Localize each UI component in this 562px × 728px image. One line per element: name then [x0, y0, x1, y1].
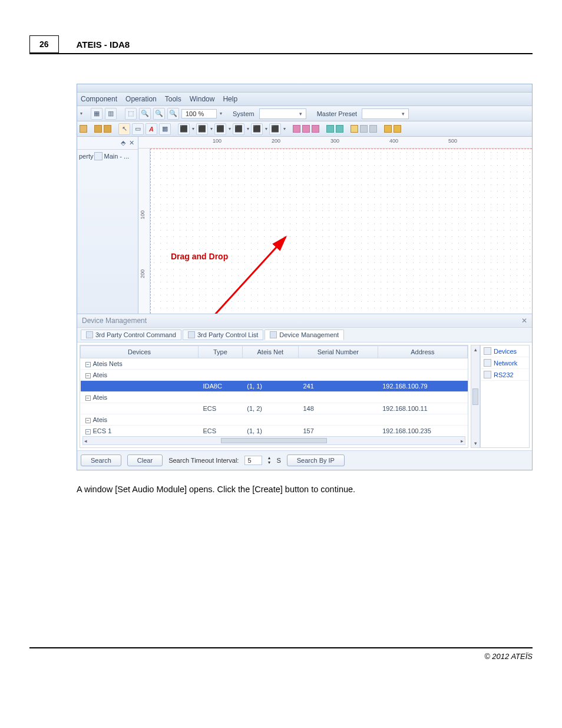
caption-text: A window [Set Audio Module] opens. Click… [77, 485, 533, 494]
device-sidelist: Devices Network RS232 [480, 345, 530, 448]
dropdown-icon[interactable]: ▾ [220, 111, 222, 116]
image-icon[interactable]: ▩ [159, 123, 171, 135]
preset-label: Master Preset [317, 110, 357, 117]
vertical-scrollbar[interactable]: ▴ ▾ [471, 345, 480, 448]
tool-icon[interactable] [360, 125, 368, 133]
rect-icon[interactable]: ▭ [132, 123, 144, 135]
tab-icon [86, 331, 93, 338]
tool-icon[interactable] [80, 125, 87, 133]
zoom-value[interactable]: 100 % [181, 109, 217, 118]
table-row[interactable]: IDA8C(1, 1)241192.168.100.79 [81, 381, 468, 392]
tab-device-management[interactable]: Device Management [265, 330, 344, 340]
document-title: ATEIS - IDA8 [77, 39, 130, 50]
grid2-icon[interactable]: ▥ [105, 108, 117, 120]
distribute-icon[interactable]: ⬛ [214, 123, 226, 135]
col-devices[interactable]: Devices [81, 346, 199, 358]
sidelist-devices[interactable]: Devices [481, 345, 529, 357]
ruler-vertical: 100 200 [138, 149, 150, 314]
scroll-up-icon[interactable]: ▴ [474, 347, 477, 353]
toolbar-main: ▾ ▦ ▥ ⬚ 🔍 🔍 🔍 100 % ▾ System Master Pres… [77, 106, 532, 121]
menu-operation[interactable]: Operation [125, 95, 157, 103]
align-icon[interactable]: ⬛ [233, 123, 244, 135]
menu-component[interactable]: Component [81, 95, 117, 103]
tool-icon[interactable] [94, 125, 102, 133]
timeout-unit: S [276, 457, 280, 464]
tab-icon [188, 331, 195, 338]
tab-icon [94, 152, 103, 160]
tool-icon[interactable] [384, 125, 392, 133]
close-icon[interactable]: ✕ [129, 139, 134, 147]
page-footer: © 2012 ATEÏS [29, 647, 533, 661]
dropdown-icon[interactable]: ▾ [80, 111, 82, 116]
pin-icon[interactable]: ⬘ [121, 139, 125, 147]
side-tab-main[interactable]: Main - ... [104, 153, 129, 160]
scroll-thumb[interactable] [221, 438, 327, 443]
drag-drop-annotation: Drag and Drop [171, 252, 228, 261]
fit-icon[interactable]: ⬚ [125, 108, 137, 120]
align-left-icon[interactable]: ⬛ [178, 123, 190, 135]
tool-icon[interactable] [369, 125, 377, 133]
toolbar-tools: ↖ ▭ A ▩ ⬛▾ ⬛▾ ⬛▾ ⬛▾ ⬛▾ ⬛▾ [77, 121, 532, 137]
timeout-input[interactable]: 5 [244, 456, 262, 465]
align-top-icon[interactable]: ⬛ [196, 123, 208, 135]
page-number: 26 [29, 35, 59, 53]
network-icon [484, 359, 491, 367]
align-icon[interactable]: ⬛ [269, 123, 281, 135]
tab-3rd-party-list[interactable]: 3rd Party Control List [183, 330, 263, 340]
sidelist-rs232[interactable]: RS232 [481, 369, 529, 381]
sidelist-network[interactable]: Network [481, 357, 529, 369]
scroll-right-icon[interactable]: ▸ [461, 438, 464, 444]
tool-icon[interactable] [326, 125, 334, 133]
side-panel: ⬘ ✕ perty Main - ... [77, 137, 138, 314]
menu-window[interactable]: Window [190, 95, 215, 103]
tool-icon[interactable] [351, 125, 358, 133]
horizontal-scrollbar[interactable]: ◂▸ [82, 436, 465, 445]
application-window: Component Operation Tools Window Help ▾ … [77, 84, 533, 470]
zoom-icon[interactable]: 🔍 [167, 108, 179, 120]
tab-3rd-party-command[interactable]: 3rd Party Control Command [81, 330, 181, 340]
tab-icon [270, 331, 277, 338]
menu-help[interactable]: Help [223, 95, 237, 103]
clear-button[interactable]: Clear [127, 454, 163, 466]
panel-title: Device Management [82, 317, 147, 325]
tool-icon[interactable] [293, 125, 300, 133]
zoom-out-icon[interactable]: 🔍 [153, 108, 165, 120]
device-table: Devices Type Ateis Net Serial Number Add… [80, 345, 468, 436]
scroll-down-icon[interactable]: ▾ [474, 440, 477, 446]
text-icon[interactable]: A [146, 123, 157, 135]
menu-tools[interactable]: Tools [165, 95, 181, 103]
side-tab-property[interactable]: perty [79, 153, 93, 160]
preset-combo[interactable] [362, 108, 409, 119]
col-ateisnet[interactable]: Ateis Net [242, 346, 298, 358]
table-row[interactable]: −Ateis [81, 414, 468, 426]
scroll-thumb[interactable] [472, 388, 478, 405]
col-type[interactable]: Type [199, 346, 243, 358]
close-icon[interactable]: ✕ [521, 317, 527, 325]
zoom-in-icon[interactable]: 🔍 [139, 108, 151, 120]
search-by-ip-button[interactable]: Search By IP [287, 454, 345, 466]
rs232-icon [484, 371, 491, 378]
tool-icon[interactable] [336, 125, 343, 133]
tool-icon[interactable] [302, 125, 310, 133]
table-row[interactable]: −ECS 1ECS(1, 1)157192.168.100.235 [81, 426, 468, 437]
design-canvas[interactable]: 100 200 300 400 500 100 200 Drag and Dro… [138, 137, 532, 314]
align-icon[interactable]: ⬛ [251, 123, 263, 135]
tool-icon[interactable] [394, 125, 401, 133]
scroll-left-icon[interactable]: ◂ [84, 438, 87, 444]
table-row[interactable]: ECS(1, 2)148192.168.100.11 [81, 403, 468, 414]
tool-icon[interactable] [312, 125, 319, 133]
system-combo[interactable] [259, 108, 306, 119]
window-titlebar [77, 84, 532, 93]
col-serial[interactable]: Serial Number [298, 346, 378, 358]
grid-icon[interactable]: ▦ [91, 108, 103, 120]
search-button[interactable]: Search [81, 454, 121, 466]
col-address[interactable]: Address [378, 346, 467, 358]
table-row[interactable]: −Ateis [81, 370, 468, 381]
ruler-horizontal: 100 200 300 400 500 [138, 137, 532, 149]
tree-root[interactable]: −Ateis Nets [81, 358, 468, 370]
device-management-panel: Device Management ✕ 3rd Party Control Co… [77, 314, 532, 470]
tool-icon[interactable] [104, 125, 111, 133]
pointer-icon[interactable]: ↖ [118, 123, 130, 135]
timeout-label: Search Timeout Interval: [168, 457, 239, 464]
table-row[interactable]: −Ateis [81, 392, 468, 403]
